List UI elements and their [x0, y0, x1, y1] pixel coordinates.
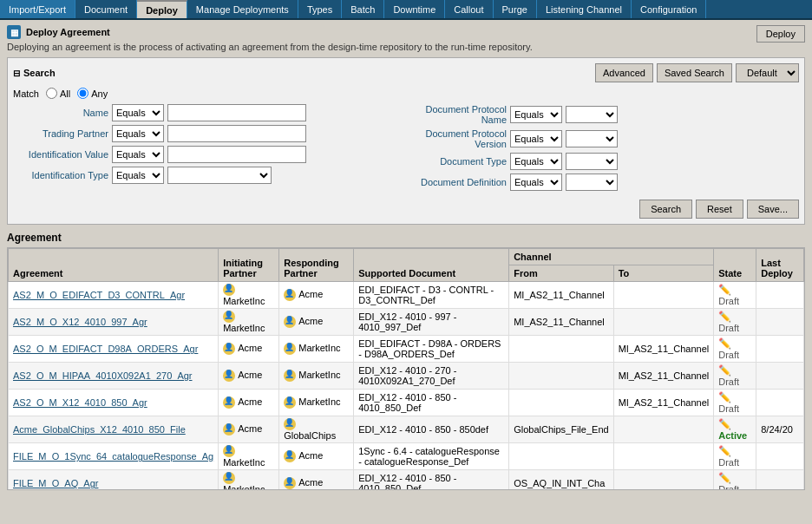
partner-icon — [223, 370, 235, 382]
partner-icon — [284, 396, 296, 409]
search-actions: Search Reset Save... — [13, 200, 799, 219]
partner-icon — [284, 316, 296, 328]
agreement-link[interactable]: Acme_GlobalChips_X12_4010_850_File — [13, 424, 186, 435]
agreement-link[interactable]: AS2_O_M_HIPAA_4010X092A1_270_Agr — [13, 370, 193, 381]
cell-responding: GlobalChips — [279, 416, 354, 443]
col-header-supported-doc: Supported Document — [354, 249, 509, 282]
table-row[interactable]: AS2_M_O_EDIFACT_D3_CONTRL_Agr MarketInc … — [9, 282, 804, 309]
radio-group: All Any — [46, 88, 108, 99]
tab-manage-deployments[interactable]: Manage Deployments — [187, 0, 298, 18]
cell-document: EDI_X12 - 4010 - 270 - 4010X092A1_270_De… — [354, 363, 509, 390]
search-button[interactable]: Search — [639, 200, 692, 219]
name-label: Name — [13, 108, 108, 118]
reset-button[interactable]: Reset — [696, 200, 743, 219]
id-type-op-select[interactable]: Equals — [112, 167, 164, 184]
default-select[interactable]: Default — [736, 63, 799, 82]
edit-icon[interactable]: ✏️ — [718, 418, 731, 430]
tab-downtime[interactable]: Downtime — [384, 0, 445, 18]
name-input[interactable] — [167, 104, 306, 121]
tab-callout[interactable]: Callout — [445, 0, 493, 18]
state-value: Draft — [718, 323, 739, 333]
cell-last-deploy — [756, 309, 804, 336]
deploy-top-button[interactable]: Deploy — [756, 25, 805, 43]
agreement-section-title: Agreement — [7, 232, 805, 244]
tab-types[interactable]: Types — [298, 0, 342, 18]
id-type-value-select[interactable] — [167, 167, 272, 184]
cell-document: 1Sync - 6.4 - catalogueResponse - catalo… — [354, 443, 509, 470]
cell-last-deploy — [756, 443, 804, 470]
cell-responding: MarketInc — [279, 390, 354, 416]
save-button[interactable]: Save... — [747, 200, 799, 219]
table-row[interactable]: FILE_M_O_AQ_Agr MarketInc Acme EDI_X12 -… — [9, 470, 804, 490]
cell-ch-to — [613, 470, 714, 490]
agreement-link[interactable]: AS2_O_M_EDIFACT_D98A_ORDERS_Agr — [13, 344, 198, 354]
name-op-select[interactable]: Equals — [112, 104, 164, 121]
edit-icon[interactable]: ✏️ — [718, 472, 731, 484]
tab-configuration[interactable]: Configuration — [632, 0, 706, 18]
saved-search-button[interactable]: Saved Search — [657, 63, 732, 82]
doc-protocol-version-value-select[interactable] — [566, 130, 618, 147]
edit-icon[interactable]: ✏️ — [718, 364, 731, 377]
cell-initiating: MarketInc — [219, 282, 279, 309]
agreement-section: Agreement Agreement Initiating Partner R… — [7, 232, 805, 490]
radio-any-input[interactable] — [77, 88, 88, 99]
table-row[interactable]: AS2_O_M_X12_4010_850_Agr Acme MarketInc … — [9, 390, 804, 416]
doc-definition-op-select[interactable]: Equals — [510, 174, 562, 191]
edit-icon[interactable]: ✏️ — [718, 445, 731, 457]
advanced-button[interactable]: Advanced — [595, 63, 653, 82]
col-header-responding: Responding Partner — [279, 249, 354, 282]
tab-listening-channel[interactable]: Listening Channel — [537, 0, 632, 18]
cell-agreement: AS2_O_M_HIPAA_4010X092A1_270_Agr — [9, 363, 219, 390]
tab-deploy[interactable]: Deploy — [137, 0, 187, 18]
tab-import/export[interactable]: Import/Export — [0, 0, 75, 18]
cell-state: ✏️ Draft — [714, 309, 756, 336]
cell-initiating: Acme — [219, 390, 279, 416]
agreement-link[interactable]: FILE_M_O_1Sync_64_catalogueResponse_Ag — [13, 451, 213, 462]
tab-bar: Import/ExportDocumentDeployManage Deploy… — [0, 0, 812, 20]
partner-icon — [284, 477, 296, 489]
cell-ch-from: MI_AS2_11_Channel — [509, 309, 613, 336]
agreement-link[interactable]: AS2_M_O_EDIFACT_D3_CONTRL_Agr — [13, 290, 185, 300]
agreement-link[interactable]: AS2_O_M_X12_4010_850_Agr — [13, 397, 147, 408]
edit-icon[interactable]: ✏️ — [718, 391, 731, 403]
table-row[interactable]: AS2_O_M_HIPAA_4010X092A1_270_Agr Acme Ma… — [9, 363, 804, 390]
cell-responding: MarketInc — [279, 363, 354, 390]
search-header-right: Advanced Saved Search Default — [595, 63, 799, 82]
partner-icon — [223, 472, 235, 484]
tab-purge[interactable]: Purge — [494, 0, 537, 18]
cell-ch-to: MI_AS2_11_Channel — [613, 336, 714, 363]
doc-protocol-name-op-select[interactable]: Equals — [510, 106, 562, 123]
agreement-link[interactable]: FILE_M_O_AQ_Agr — [13, 478, 98, 488]
cell-agreement: AS2_M_O_EDIFACT_D3_CONTRL_Agr — [9, 282, 219, 309]
radio-all[interactable]: All — [46, 88, 70, 99]
trading-partner-input[interactable] — [167, 125, 306, 142]
table-row[interactable]: FILE_M_O_1Sync_64_catalogueResponse_Ag M… — [9, 443, 804, 470]
agreement-table-container[interactable]: Agreement Initiating Partner Responding … — [7, 247, 805, 490]
table-row[interactable]: Acme_GlobalChips_X12_4010_850_File Acme … — [9, 416, 804, 443]
doc-definition-value-select[interactable] — [566, 174, 618, 191]
cell-ch-from — [509, 390, 613, 416]
cell-document: EDI_X12 - 4010 - 997 - 4010_997_Def — [354, 309, 509, 336]
id-value-op-select[interactable]: Equals — [112, 146, 164, 163]
doc-type-op-select[interactable]: Equals — [510, 153, 562, 170]
tab-document[interactable]: Document — [75, 0, 137, 18]
tab-batch[interactable]: Batch — [342, 0, 384, 18]
edit-icon[interactable]: ✏️ — [718, 337, 731, 350]
radio-all-input[interactable] — [46, 88, 57, 99]
collapse-icon[interactable]: ⊟ — [13, 69, 20, 78]
search-left: Name Equals Trading Partner Equals Ident… — [13, 104, 401, 194]
doc-protocol-version-op-select[interactable]: Equals — [510, 130, 562, 147]
radio-any[interactable]: Any — [77, 88, 108, 99]
doc-protocol-name-value-select[interactable] — [566, 106, 618, 123]
table-row[interactable]: AS2_M_O_X12_4010_997_Agr MarketInc Acme … — [9, 309, 804, 336]
cell-ch-from: MI_AS2_11_Channel — [509, 282, 613, 309]
trading-partner-op-select[interactable]: Equals — [112, 125, 164, 142]
agreement-link[interactable]: AS2_M_O_X12_4010_997_Agr — [13, 317, 147, 327]
trading-partner-label: Trading Partner — [13, 128, 108, 139]
id-value-input[interactable] — [167, 146, 306, 163]
table-row[interactable]: AS2_O_M_EDIFACT_D98A_ORDERS_Agr Acme Mar… — [9, 336, 804, 363]
doc-type-value-select[interactable] — [566, 153, 618, 170]
edit-icon[interactable]: ✏️ — [718, 311, 731, 323]
col-header-state: State — [714, 249, 756, 282]
edit-icon[interactable]: ✏️ — [718, 284, 731, 296]
